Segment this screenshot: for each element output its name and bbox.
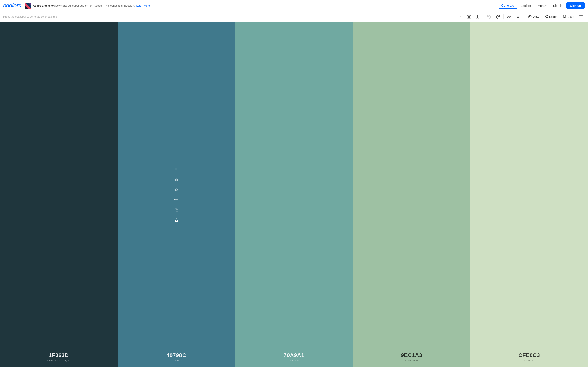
swatch-hex-0: 1F363D [49, 352, 69, 359]
svg-line-17 [519, 15, 519, 16]
view-label: View [533, 15, 539, 18]
swatch-icons-1 [173, 166, 180, 223]
export-button[interactable]: Export [542, 14, 559, 20]
dots-icon [458, 15, 462, 19]
swatch-hex-4: CFE0C3 [518, 352, 540, 359]
view-button[interactable]: View [526, 14, 541, 20]
swatch-name-3: Cambridge Blue [403, 359, 420, 362]
glasses-icon [507, 15, 512, 19]
svg-point-1 [460, 16, 461, 17]
svg-rect-31 [175, 180, 176, 181]
copy-color-button[interactable] [173, 207, 180, 213]
color-swatch-3[interactable]: 9EC1A3 Cambridge Blue [353, 22, 470, 367]
svg-rect-32 [177, 180, 178, 181]
lock-color-button[interactable] [173, 217, 180, 223]
swatch-hex-1: 40798C [166, 352, 186, 359]
menu-icon [579, 15, 583, 19]
share-icon [544, 15, 548, 18]
swatch-name-0: Outer Space Crayola [47, 359, 70, 362]
menu-button[interactable] [577, 13, 585, 20]
sun-icon [516, 15, 520, 19]
close-icon [174, 167, 178, 171]
view-variants-button[interactable] [173, 176, 180, 183]
svg-line-23 [545, 16, 546, 16]
svg-point-0 [458, 16, 459, 17]
bookmark-icon [563, 15, 566, 18]
adobe-badge-label: Adobe Extension Download our super add-o… [33, 4, 135, 7]
nav-right: Generate Explore More ▾ Sign in Sign up [499, 2, 585, 9]
columns-icon [476, 15, 480, 19]
svg-rect-30 [177, 178, 178, 179]
svg-point-3 [468, 16, 470, 17]
learn-more-link[interactable]: Learn More [136, 4, 150, 7]
undo-icon [487, 15, 491, 18]
swatch-hex-2: 70A9A1 [284, 352, 304, 359]
swatch-hex-3: 9EC1A3 [401, 352, 422, 359]
toolbar-divider [483, 14, 484, 19]
chevron-down-icon: ▾ [545, 4, 546, 7]
brightness-button[interactable] [514, 13, 522, 20]
copy-icon [174, 208, 178, 212]
options-button[interactable] [457, 13, 464, 20]
swatch-name-2: Green Sheen [287, 359, 301, 362]
svg-line-16 [517, 18, 517, 18]
logo[interactable]: coolors [3, 2, 21, 9]
toolbar-divider-2 [503, 14, 504, 19]
undo-button[interactable] [485, 13, 493, 20]
svg-rect-35 [176, 209, 178, 211]
delete-color-button[interactable] [173, 166, 180, 172]
grid-icon [174, 177, 178, 181]
split-view-button[interactable] [474, 13, 481, 20]
svg-rect-29 [175, 178, 176, 179]
navbar: coolors Adobe Extension Download our sup… [0, 0, 588, 11]
color-swatch-2[interactable]: 70A9A1 Green Sheen [235, 22, 353, 367]
sign-in-button[interactable]: Sign in [550, 3, 565, 8]
toolbar: Press the spacebar to generate color pal… [0, 11, 588, 22]
eye-icon [528, 15, 532, 18]
star-icon [174, 188, 178, 191]
adobe-badge-desc: Download our super add-on for Illustrato… [55, 4, 135, 7]
spacebar-hint: Press the spacebar to generate color pal… [3, 15, 456, 18]
toolbar-divider-3 [524, 14, 524, 19]
nav-more[interactable]: More ▾ [535, 3, 549, 8]
export-label: Export [549, 15, 557, 18]
color-swatch-1[interactable]: 40798C Teal Blue [118, 22, 235, 367]
swatch-name-1: Teal Blue [171, 359, 181, 362]
camera-button[interactable] [465, 13, 473, 20]
adobe-icon [25, 3, 31, 9]
svg-point-9 [517, 16, 519, 17]
adobe-extension-badge: Adobe Extension Download our super add-o… [25, 3, 153, 9]
drag-color-button[interactable] [173, 196, 180, 203]
color-swatch-0[interactable]: 1F363D Outer Space Crayola [0, 22, 118, 367]
sign-up-button[interactable]: Sign up [566, 2, 585, 9]
save-label: Save [568, 15, 574, 18]
svg-point-18 [529, 16, 530, 17]
redo-button[interactable] [494, 13, 502, 20]
nav-generate[interactable]: Generate [499, 2, 517, 9]
arrows-icon [174, 198, 178, 201]
camera-icon [467, 15, 471, 19]
svg-rect-4 [476, 15, 477, 18]
accessibility-button[interactable] [506, 13, 513, 20]
svg-marker-33 [175, 188, 178, 191]
color-swatch-4[interactable]: CFE0C3 Tea Green [470, 22, 588, 367]
swatch-name-4: Tea Green [523, 359, 535, 362]
palette-area: 1F363D Outer Space Crayola [0, 22, 588, 367]
lock-icon [174, 218, 178, 222]
svg-rect-5 [477, 15, 479, 18]
svg-line-22 [545, 17, 546, 17]
svg-point-2 [461, 16, 462, 17]
save-button[interactable]: Save [561, 14, 576, 20]
svg-line-12 [517, 15, 517, 16]
redo-icon [496, 15, 500, 18]
svg-line-13 [519, 18, 519, 18]
nav-explore[interactable]: Explore [518, 3, 534, 8]
favorite-color-button[interactable] [173, 186, 180, 193]
